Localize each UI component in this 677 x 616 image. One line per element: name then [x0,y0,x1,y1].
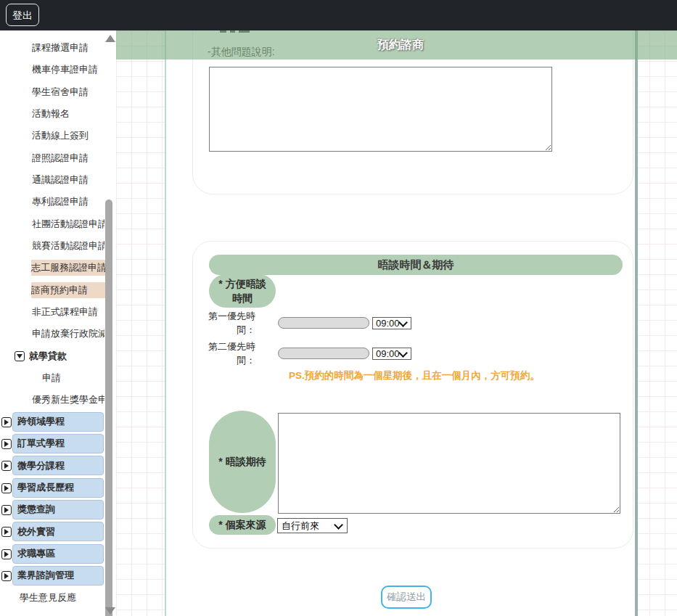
case-source-select[interactable]: 自行前來 [277,518,348,533]
sidebar-item-label: 通識認證申請 [32,173,89,186]
scroll-up-arrow-icon[interactable] [105,35,115,42]
sidebar-item-highlight: 志工服務認證申請 [31,260,105,276]
triangle-right-icon[interactable] [1,439,12,449]
sidebar-item-label: 證照認證申請 [32,152,89,165]
sidebar-item-label: 跨領域學程 [17,415,65,428]
sidebar-group-row: 微學分課程 [12,456,104,475]
panel-left-border [165,30,166,616]
time-select-value: 09:00 [376,318,400,329]
sidebar-item[interactable]: 業界諮詢管理 [0,565,104,587]
sidebar-item-label: 獎懲查詢 [17,503,55,516]
sidebar-item[interactable]: 活動報名 [0,103,104,125]
sidebar-item[interactable]: 志工服務認證申請 [0,257,104,279]
sidebar-group-row: 訂單式學程 [12,434,104,453]
sidebar-item[interactable]: 機車停車證申請 [0,59,104,81]
second-priority-time-select[interactable]: 09:00 [372,348,411,360]
sidebar-item-label: 活動線上簽到 [32,129,89,142]
sidebar-item[interactable]: 競賽活動認證申請 [0,235,104,257]
sidebar-item[interactable]: 學習成長歷程 [0,477,104,499]
sidebar-item-label: 機車停車證申請 [32,63,98,76]
sidebar-item-label: 校外實習 [17,525,55,538]
sidebar-item[interactable]: 申請放棄行政院減 [0,323,104,345]
sidebar-item-label: 申請放棄行政院減 [32,327,104,340]
sidebar-item[interactable]: 求職專區 [0,543,104,565]
sidebar-item[interactable]: 學生意見反應 [0,587,104,609]
sidebar-group-row: 求職專區 [12,544,104,564]
sidebar-item[interactable]: 就學貸款 [0,345,104,367]
triangle-right-icon[interactable] [1,483,12,493]
triangle-right-icon[interactable] [1,549,12,559]
sidebar: 課程撤選申請機車停車證申請學生宿舍申請活動報名活動線上簽到證照認證申請通識認證申… [0,30,116,616]
interview-card: 晤談時間＆期待 * 方便晤談時間 第一優先時間： 09:00 第二優先時間： 0… [192,241,633,549]
sidebar-item-label: 申請 [42,371,61,385]
sidebar-item[interactable]: 微學分課程 [0,455,104,477]
sidebar-group-row: 跨領域學程 [12,412,104,432]
section-header: 晤談時間＆期待 [209,255,623,275]
triangle-right-icon[interactable] [1,571,12,581]
sidebar-item-label: 就學貸款 [29,350,67,363]
sidebar-item-label: 課程撤選申請 [32,41,89,54]
case-source-label: * 個案來源 [209,515,276,535]
sidebar-item-label: 學生意見反應 [20,591,76,604]
sidebar-item-label: 諮商預約申請 [31,284,88,297]
sidebar-item[interactable]: 跨領域學程 [0,411,104,433]
reservation-note: PS.預約的時間為一個星期後，且在一個月內，方可預約。 [289,369,540,382]
convenient-time-label: * 方便晤談時間 [209,274,276,308]
sidebar-item-label: 優秀新生獎學金申 [32,393,104,406]
sidebar-item-label: 非正式課程申請 [32,305,98,319]
page-title: 預約諮商 [377,38,424,53]
sidebar-group-row: 學習成長歷程 [12,478,104,498]
sidebar-item-label: 競賽活動認證申請 [32,239,104,252]
main-content: -其他問題說明: 預約諮商 晤談時間＆期待 * 方便晤談時間 第一優先時間： 0… [116,30,677,616]
sidebar-item-label: 微學分課程 [17,459,65,472]
sidebar-item[interactable]: 證照認證申請 [0,147,104,169]
sidebar-item[interactable]: 活動線上簽到 [0,125,104,147]
case-source-value: 自行前來 [282,520,319,533]
sidebar-item-label: 學習成長歷程 [17,481,74,494]
sidebar-item-label: 學生宿舍申請 [32,86,89,99]
chevron-down-icon [398,318,408,327]
first-priority-time-select[interactable]: 09:00 [372,317,411,329]
first-priority-time-label: 第一優先時間： [203,309,255,337]
first-priority-date-input[interactable] [278,317,369,329]
time-select-value: 09:00 [376,348,400,359]
sidebar-item[interactable]: 訂單式學程 [0,433,104,455]
app-window: 登出 課程撤選申請機車停車證申請學生宿舍申請活動報名活動線上簽到證照認證申請通識… [0,0,677,616]
submit-button[interactable]: 確認送出 [381,586,432,609]
expectation-textarea[interactable] [278,413,620,514]
sidebar-item-label: 志工服務認證申請 [31,261,105,274]
sidebar-item[interactable]: 申請 [0,367,104,389]
triangle-down-icon[interactable] [15,351,25,361]
sidebar-item[interactable]: 課程撤選申請 [0,37,104,59]
sidebar-group-row: 校外實習 [12,522,104,541]
sidebar-item[interactable]: 獎懲查詢 [0,499,104,521]
sidebar-group-row: 獎懲查詢 [12,500,104,520]
sidebar-item-highlight: 諮商預約申請 [31,282,105,298]
second-priority-date-input[interactable] [278,348,369,359]
sidebar-item[interactable]: 非正式課程申請 [0,301,104,323]
sidebar-item[interactable]: 優秀新生獎學金申 [0,389,104,411]
other-issue-textarea[interactable] [209,67,552,152]
page-banner: 預約諮商 [116,30,677,59]
sidebar-group-row: 業界諮詢管理 [12,566,104,586]
sidebar-item[interactable]: 校外實習 [0,521,104,543]
triangle-right-icon[interactable] [1,527,12,537]
sidebar-item-label: 業界諮詢管理 [17,569,74,582]
expectation-label: * 晤談期待 [209,411,276,513]
sidebar-item-label: 求職專區 [17,547,55,560]
scroll-down-arrow-icon[interactable] [105,607,115,615]
sidebar-item[interactable]: 通識認證申請 [0,169,104,191]
sidebar-item[interactable]: 學生宿舍申請 [0,81,104,103]
sidebar-item[interactable]: 社團活動認證申請 [0,213,104,235]
triangle-right-icon[interactable] [1,461,12,471]
panel-right-border [635,30,638,616]
sidebar-item[interactable]: 專利認證申請 [0,191,104,213]
triangle-right-icon[interactable] [1,417,12,427]
sidebar-item[interactable]: 諮商預約申請 [0,279,104,301]
chevron-down-icon [398,348,408,358]
logout-button[interactable]: 登出 [6,4,39,26]
sidebar-scrollbar-thumb[interactable] [105,200,112,616]
top-bar: 登出 [0,0,677,30]
triangle-right-icon[interactable] [1,505,12,515]
sidebar-item-label: 社團活動認證申請 [32,218,104,231]
